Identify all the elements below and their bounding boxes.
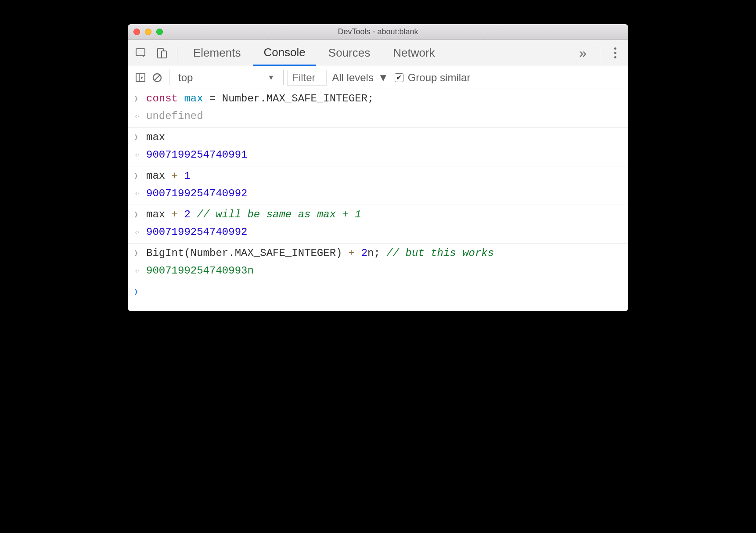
tab-network[interactable]: Network bbox=[382, 40, 445, 66]
dropdown-triangle-icon: ▼ bbox=[378, 72, 389, 84]
console-output-value: undefined bbox=[146, 110, 623, 122]
console-output-row: ‹·9007199254740993n bbox=[128, 263, 628, 282]
input-prompt-icon: ❯ bbox=[133, 286, 139, 298]
console-input-row: ❯max bbox=[128, 128, 628, 147]
console-input-row: ❯BigInt(Number.MAX_SAFE_INTEGER) + 2n; /… bbox=[128, 244, 628, 263]
divider bbox=[283, 70, 284, 85]
settings-menu-icon[interactable] bbox=[605, 43, 625, 63]
inspect-element-icon[interactable] bbox=[131, 43, 151, 63]
window-titlebar: DevTools - about:blank bbox=[128, 24, 628, 40]
tab-elements[interactable]: Elements bbox=[183, 40, 251, 66]
output-arrow-icon: ‹· bbox=[132, 226, 140, 238]
console-output: ❯const max = Number.MAX_SAFE_INTEGER;‹·u… bbox=[128, 89, 628, 311]
checkbox-icon: ✔ bbox=[395, 73, 403, 82]
input-prompt-icon: ❯ bbox=[133, 209, 139, 221]
divider bbox=[600, 46, 600, 61]
log-level-selector[interactable]: All levels ▼ bbox=[332, 72, 388, 84]
console-input-row: ❯const max = Number.MAX_SAFE_INTEGER; bbox=[128, 89, 628, 108]
filter-input[interactable] bbox=[287, 70, 327, 86]
console-output-row: ‹·undefined bbox=[128, 108, 628, 128]
tab-console[interactable]: Console bbox=[253, 40, 316, 66]
group-similar-toggle[interactable]: ✔ Group similar bbox=[395, 72, 471, 84]
devtools-window: DevTools - about:blank ElementsConsoleSo… bbox=[128, 24, 628, 311]
context-selector[interactable]: top ▼ bbox=[173, 69, 280, 86]
minimize-window-button[interactable] bbox=[145, 29, 151, 35]
svg-rect-3 bbox=[136, 74, 145, 82]
device-toolbar-icon[interactable] bbox=[152, 43, 172, 63]
console-input-code: BigInt(Number.MAX_SAFE_INTEGER) + 2n; //… bbox=[146, 247, 623, 259]
console-output-value: 9007199254740991 bbox=[146, 149, 623, 161]
svg-rect-2 bbox=[162, 51, 166, 58]
console-input-row: ❯max + 1 bbox=[128, 166, 628, 186]
divider bbox=[169, 70, 169, 85]
input-prompt-icon: ❯ bbox=[133, 170, 139, 182]
tab-sources[interactable]: Sources bbox=[318, 40, 381, 66]
more-tabs-icon[interactable]: » bbox=[571, 46, 594, 61]
context-selector-label: top bbox=[178, 72, 193, 84]
console-input-row: ❯max + 2 // will be same as max + 1 bbox=[128, 205, 628, 224]
console-live-prompt[interactable]: ❯ bbox=[128, 282, 628, 302]
console-input-code: max + 2 // will be same as max + 1 bbox=[146, 209, 623, 220]
console-output-row: ‹·9007199254740992 bbox=[128, 224, 628, 244]
close-window-button[interactable] bbox=[133, 29, 140, 35]
output-arrow-icon: ‹· bbox=[132, 149, 140, 161]
clear-console-icon[interactable] bbox=[149, 69, 166, 86]
console-output-row: ‹·9007199254740992 bbox=[128, 186, 628, 205]
input-prompt-icon: ❯ bbox=[133, 247, 139, 259]
console-input-code: max bbox=[146, 131, 623, 143]
group-similar-label: Group similar bbox=[408, 72, 471, 84]
console-output-value: 9007199254740993n bbox=[146, 265, 623, 277]
panel-tabstrip: ElementsConsoleSourcesNetwork » bbox=[128, 40, 628, 66]
output-arrow-icon: ‹· bbox=[132, 265, 140, 277]
output-arrow-icon: ‹· bbox=[132, 187, 140, 200]
svg-rect-0 bbox=[136, 49, 145, 56]
console-toolbar: top ▼ All levels ▼ ✔ Group similar bbox=[128, 66, 628, 89]
console-input-code: max + 1 bbox=[146, 170, 623, 182]
zoom-window-button[interactable] bbox=[156, 29, 163, 35]
window-title: DevTools - about:blank bbox=[128, 27, 628, 36]
input-prompt-icon: ❯ bbox=[133, 93, 139, 105]
input-prompt-icon: ❯ bbox=[133, 131, 139, 144]
show-console-sidebar-icon[interactable] bbox=[132, 69, 149, 86]
dropdown-triangle-icon: ▼ bbox=[267, 74, 274, 82]
svg-marker-5 bbox=[141, 76, 143, 79]
console-input-code: const max = Number.MAX_SAFE_INTEGER; bbox=[146, 93, 623, 104]
log-level-label: All levels bbox=[332, 72, 374, 84]
window-controls bbox=[128, 29, 163, 35]
console-output-value: 9007199254740992 bbox=[146, 226, 623, 238]
console-output-row: ‹·9007199254740991 bbox=[128, 147, 628, 166]
divider bbox=[177, 46, 177, 61]
svg-line-7 bbox=[155, 75, 160, 80]
console-output-value: 9007199254740992 bbox=[146, 187, 623, 199]
output-arrow-icon: ‹· bbox=[132, 110, 140, 122]
